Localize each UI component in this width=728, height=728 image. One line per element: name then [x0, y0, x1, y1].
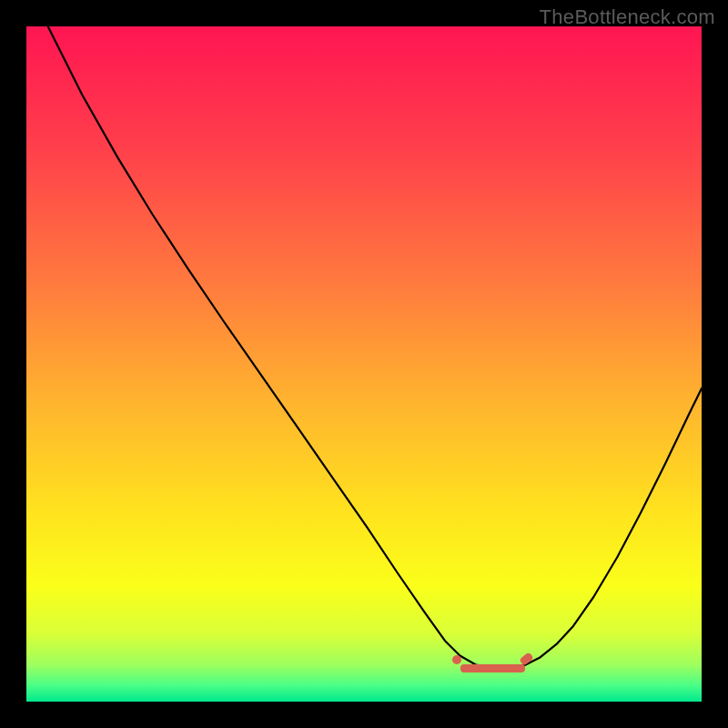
site-watermark: TheBottleneck.com: [540, 5, 715, 29]
chart-curve: [26, 26, 702, 702]
marker-start-dot: [452, 655, 461, 664]
chart-plot-area: [26, 26, 702, 702]
marker-bottom-segment: [460, 664, 525, 672]
